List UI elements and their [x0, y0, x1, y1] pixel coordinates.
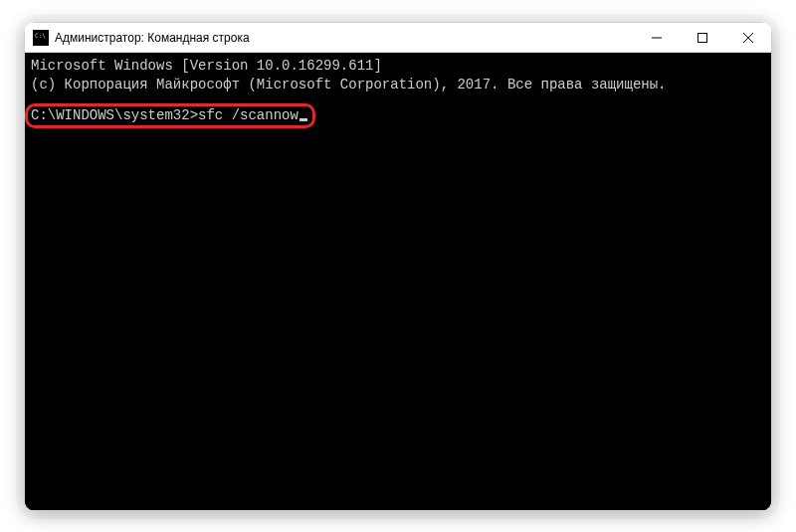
minimize-icon [652, 33, 662, 43]
command-line-highlight: C:\WINDOWS\system32>sfc /scannow [31, 106, 307, 125]
command-prompt-window: Администратор: Командная строка Microsof… [24, 22, 772, 511]
window-frame: Администратор: Командная строка Microsof… [24, 22, 772, 511]
cursor-icon [299, 118, 307, 121]
command-prompt: C:\WINDOWS\system32>sfc /scannow [31, 107, 307, 123]
titlebar[interactable]: Администратор: Командная строка [25, 23, 771, 53]
maximize-button[interactable] [680, 23, 725, 52]
terminal-body[interactable]: Microsoft Windows [Version 10.0.16299.61… [25, 53, 771, 510]
window-title: Администратор: Командная строка [55, 31, 634, 45]
minimize-button[interactable] [634, 23, 680, 52]
window-controls [634, 23, 771, 52]
close-icon [743, 33, 753, 43]
command-text: sfc /scannow [198, 107, 298, 123]
terminal-output-line: (c) Корпорация Майкрософт (Microsoft Cor… [31, 76, 765, 94]
terminal-output-line: Microsoft Windows [Version 10.0.16299.61… [31, 57, 765, 76]
close-button[interactable] [725, 23, 771, 52]
prompt-text: C:\WINDOWS\system32> [31, 107, 198, 123]
svg-rect-1 [698, 33, 707, 42]
cmd-icon [33, 30, 49, 46]
maximize-icon [697, 33, 707, 43]
